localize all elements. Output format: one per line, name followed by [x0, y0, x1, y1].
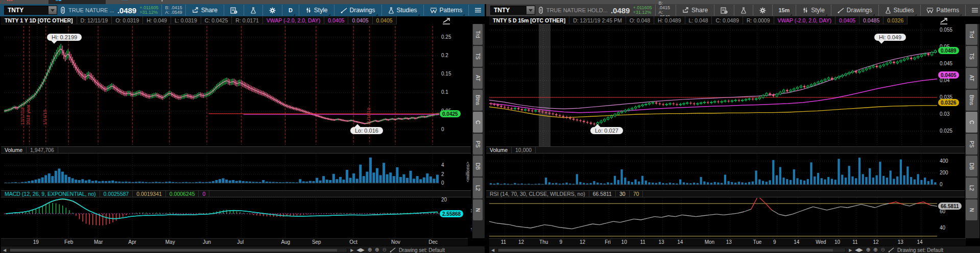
expand-chart-icon[interactable]	[940, 17, 948, 25]
share-button[interactable]: Share	[679, 4, 711, 16]
sidebar-button-l2[interactable]: L2	[966, 178, 977, 198]
drawing-set-label[interactable]: Drawing set: Default	[897, 247, 943, 253]
sidebar-button-c[interactable]: C	[473, 112, 483, 133]
share-button[interactable]: Share	[189, 4, 221, 16]
time-axis-label: 9	[773, 239, 776, 245]
study-value: 30	[616, 191, 630, 197]
tab-charts[interactable]: Charts	[0, 0, 41, 4]
time-axis-label: 11	[501, 239, 506, 245]
study-axis-tick: 20	[441, 197, 447, 203]
vwap-values: 0.04050.04050.0405	[324, 16, 396, 24]
sidebar-button-ts[interactable]: TS	[966, 46, 977, 67]
tab-flexible-grid[interactable]: Flexible Grid	[49, 0, 106, 4]
sidebar-button-ts[interactable]: TS	[473, 46, 483, 67]
price-axis-tick: 0.045	[940, 61, 952, 66]
intraday-price-chart[interactable]	[489, 24, 937, 146]
settings-button[interactable]	[266, 4, 279, 16]
link-icon[interactable]	[60, 7, 65, 14]
daily-macd-chart[interactable]	[4, 198, 439, 238]
volume-label: Volume	[486, 147, 512, 153]
panel-menu-button[interactable]	[472, 4, 484, 16]
drawings-button[interactable]: Drawings	[834, 4, 875, 16]
sidebar-button-db[interactable]: DB	[966, 156, 977, 176]
style-button[interactable]: Style	[302, 4, 331, 16]
ohlc-field: O: 0.048	[626, 16, 654, 24]
time-axis-label: May	[165, 239, 175, 245]
sidebar-button-btns[interactable]: Btns	[966, 90, 977, 111]
study-label[interactable]: RSI (14, 70, 30, CLOSE, WILDERS, no)	[486, 191, 589, 197]
vwap-value: 0.0485	[859, 16, 883, 24]
studies-button[interactable]: Studies	[882, 4, 917, 16]
pan-icon[interactable]: ◀▶	[356, 247, 364, 252]
timeframe-button[interactable]: 15m	[775, 4, 793, 16]
sidebar-button-at[interactable]: AT	[473, 68, 483, 89]
vwap-study-label[interactable]: VWAP (-2.0, 2.0, DAY)	[263, 16, 324, 24]
drawings-button[interactable]: Drawings	[338, 4, 378, 16]
symbol-input[interactable]: TNTY	[4, 6, 57, 15]
time-axis-label: 12	[518, 239, 524, 245]
study-label[interactable]: MACD (12, 26, 9, EXPONENTIAL, no)	[1, 191, 100, 197]
horizontal-scrollbar[interactable]	[497, 248, 846, 252]
notes-button[interactable]: 1	[718, 4, 731, 16]
sidebar-button-ps[interactable]: PS	[473, 134, 483, 155]
patterns-button[interactable]: Patterns	[427, 4, 466, 16]
sidebar-button-btns[interactable]: Btns	[473, 90, 483, 111]
horizontal-scrollbar[interactable]	[9, 248, 347, 252]
quick-study-button[interactable]	[737, 4, 750, 16]
zoom-out-icon[interactable]: ⊖	[382, 247, 386, 252]
quick-study-button[interactable]	[247, 4, 259, 16]
vwap-value: 0.0405	[835, 16, 859, 24]
symbol-dropdown-button[interactable]	[49, 6, 57, 14]
sidebar-button-trd[interactable]: Trd	[966, 24, 977, 45]
drawing-tool-icon[interactable]	[888, 247, 894, 252]
daily-volume-chart[interactable]	[4, 154, 439, 190]
time-axis-label: Tue	[753, 239, 761, 245]
pencil-line-icon	[341, 7, 347, 13]
pan-icon[interactable]: ◀▶	[855, 247, 863, 252]
zoom-in-icon[interactable]: ⊕	[873, 247, 877, 252]
vwap-study-label[interactable]: VWAP (-2.0, 2.0, DAY)	[774, 16, 835, 24]
sidebar-button-n[interactable]: N	[966, 199, 977, 220]
bar-chart-icon	[7, 0, 13, 1]
notes-button[interactable]: 1	[227, 4, 241, 16]
pattern-w-icon	[430, 7, 437, 13]
studies-button[interactable]: Studies	[385, 4, 420, 16]
scroll-right-arrow[interactable]: ▶	[350, 248, 353, 252]
time-axis-label: 12	[580, 239, 585, 245]
drawing-set-label[interactable]: Drawing set: Default	[399, 247, 445, 253]
style-button[interactable]: Style	[799, 4, 828, 16]
price-axis-tick: 0.25	[441, 34, 451, 40]
zoom-in-icon[interactable]: ⊕	[375, 247, 379, 252]
expand-chart-icon[interactable]	[442, 17, 450, 25]
link-icon[interactable]	[538, 7, 543, 14]
sidebar-button-l2[interactable]: L2	[473, 178, 483, 198]
scroll-right-arrow[interactable]: ▶	[849, 248, 852, 252]
symbol-dropdown-button[interactable]	[527, 6, 535, 14]
sidebar-button-ps[interactable]: PS	[966, 134, 977, 155]
symbol-input[interactable]: TNTY	[490, 6, 535, 15]
zoom-tool-icon[interactable]: ⊕	[368, 247, 372, 252]
sidebar-button-n[interactable]: N	[473, 199, 483, 220]
zoom-out-icon[interactable]: ⊖	[880, 247, 885, 252]
scroll-left-arrow[interactable]: ◀	[491, 248, 494, 252]
settings-button[interactable]	[756, 4, 769, 16]
tab-product-depth[interactable]: Product Depth	[115, 0, 177, 4]
sidebar-button-at[interactable]: AT	[966, 68, 977, 89]
sidebar-button-c[interactable]: C	[966, 112, 977, 133]
patterns-button[interactable]: Patterns	[923, 4, 962, 16]
volume-axis-tick: 0	[441, 180, 444, 186]
company-name: TRUE NATURE HOLD...	[546, 7, 608, 13]
drawing-tool-icon[interactable]	[390, 247, 396, 252]
depth-icon	[122, 0, 128, 1]
panel-menu-button[interactable]	[969, 4, 980, 16]
sidebar-button-trd[interactable]: Trd	[473, 24, 483, 45]
zoom-tool-icon[interactable]: ⊕	[866, 247, 870, 252]
intraday-rsi-chart[interactable]	[489, 198, 937, 238]
timeframe-button[interactable]: D	[285, 4, 296, 16]
scroll-left-arrow[interactable]: ◀	[3, 248, 6, 252]
time-axis-label: 10	[834, 239, 840, 245]
chart-title: TNTY 1 Y 1D [OTC OTHER]	[1, 16, 77, 24]
sidebar-button-db[interactable]: DB	[473, 156, 483, 176]
intraday-volume-chart[interactable]	[489, 154, 937, 190]
volume-axis-tick: 2	[441, 171, 444, 177]
